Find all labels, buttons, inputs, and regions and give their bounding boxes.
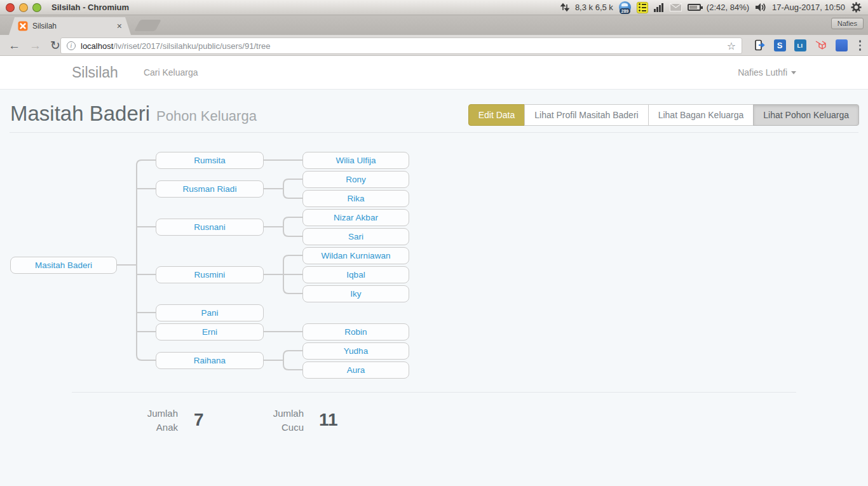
address-bar[interactable]: i localhost/lv/riset/2017/silsilahku/pub… (60, 37, 742, 54)
stat-value-cucu: 11 (319, 410, 338, 430)
desktop-top-panel: Silsilah - Chromium 8,3 k 6,5 k 289 (2:4… (0, 0, 868, 15)
bookmark-star-icon[interactable]: ☆ (727, 40, 736, 52)
page-title: Masitah BaderiPohon Keluarga (10, 102, 257, 126)
window-minimize-button[interactable] (19, 3, 28, 12)
indicator-count-badge: 289 (620, 8, 630, 14)
tab-title: Silsilah (32, 22, 112, 30)
window-title: Silsilah - Chromium (51, 3, 129, 12)
lihat-bagan-button[interactable]: Lihat Bagan Keluarga (648, 104, 754, 126)
tree-node[interactable]: Robin (302, 323, 409, 341)
xampp-favicon (18, 21, 28, 31)
browser-profile-button[interactable]: Nafies (831, 18, 864, 29)
user-dropdown[interactable]: Nafies Luthfi (738, 67, 796, 78)
window-controls (6, 3, 41, 12)
site-info-icon[interactable]: i (67, 41, 76, 50)
laravel-extension-icon[interactable] (815, 40, 827, 51)
browser-toolbar: ← → ↻ i localhost/lv/riset/2017/silsilah… (0, 35, 868, 56)
header-divider (10, 132, 858, 133)
tree-node[interactable]: Yudha (302, 342, 409, 360)
stats-divider (72, 392, 796, 393)
user-name: Nafies Luthfi (738, 67, 787, 78)
tree-node[interactable]: Erni (156, 323, 264, 341)
nav-link-cari-keluarga[interactable]: Cari Keluarga (144, 67, 198, 78)
tasks-indicator-icon[interactable] (637, 2, 648, 13)
mail-icon[interactable] (670, 3, 682, 11)
site-navbar: Silsilah Cari Keluarga Nafies Luthfi (0, 56, 868, 90)
system-tray: 8,3 k 6,5 k 289 (2:42, 84%) 17-Aug-2017,… (560, 1, 868, 13)
tree-node[interactable]: Masitah Baderi (10, 257, 117, 274)
brand-link[interactable]: Silsilah (72, 64, 118, 81)
extension-blue-icon[interactable] (836, 39, 848, 51)
stat-value-anak: 7 (194, 410, 204, 430)
extension-li-icon[interactable]: LI (794, 39, 806, 51)
stat-label-anak: JumlahAnak (95, 407, 178, 435)
tree-node[interactable]: Rika (302, 190, 409, 207)
tree-node[interactable]: Nizar Akbar (302, 209, 409, 226)
chevron-down-icon (791, 71, 796, 74)
extension-s-icon[interactable]: S (774, 39, 786, 51)
clock-text: 17-Aug-2017, 10:50 (772, 3, 845, 12)
indicator-globe-icon[interactable]: 289 (619, 1, 631, 13)
tree-node[interactable]: Rusmini (156, 266, 264, 283)
tree-node[interactable]: Rusman Riadi (156, 180, 264, 198)
url-path: /lv/riset/2017/silsilahku/public/users/9… (113, 41, 270, 51)
tab-close-icon[interactable]: × (117, 22, 122, 30)
network-updown-icon[interactable] (560, 3, 569, 12)
new-tab-button[interactable] (134, 20, 161, 31)
edit-data-button[interactable]: Edit Data (468, 104, 526, 126)
extension-bar: S LI (753, 35, 865, 56)
tree-node[interactable]: Sari (302, 228, 409, 245)
tree-node[interactable]: Pani (156, 304, 264, 321)
signal-bars-icon[interactable] (654, 3, 664, 12)
tree-node[interactable]: Raihana (156, 352, 264, 369)
tree-node[interactable]: Rony (302, 171, 409, 188)
tree-node[interactable]: Rumsita (156, 152, 264, 169)
tree-node[interactable]: Wilia Ulfija (302, 152, 409, 169)
stat-label-cucu: JumlahCucu (221, 407, 304, 435)
action-button-group: Edit Data Lihat Profil Masitah Baderi Li… (468, 104, 859, 126)
battery-icon[interactable] (688, 4, 701, 11)
url-host: localhost (81, 41, 113, 51)
window-maximize-button[interactable] (32, 3, 41, 12)
send-to-phone-icon[interactable] (753, 39, 766, 51)
tree-node[interactable]: Iqbal (302, 266, 409, 283)
network-speed-text: 8,3 k 6,5 k (575, 3, 613, 12)
tree-node[interactable]: Aura (302, 361, 409, 379)
volume-icon[interactable] (755, 3, 766, 12)
forward-button: → (25, 39, 46, 51)
tree-node[interactable]: Rusnani (156, 219, 264, 236)
browser-tab-strip: Silsilah × Nafies (0, 15, 868, 35)
gear-icon[interactable] (851, 2, 862, 13)
window-close-button[interactable] (6, 3, 15, 12)
lihat-pohon-button[interactable]: Lihat Pohon Keluarga (753, 104, 859, 126)
tree-node[interactable]: Iky (302, 285, 409, 302)
back-button[interactable]: ← (4, 39, 25, 51)
browser-tab-silsilah[interactable]: Silsilah × (9, 17, 131, 35)
battery-status-text: (2:42, 84%) (707, 3, 749, 12)
lihat-profil-button[interactable]: Lihat Profil Masitah Baderi (524, 104, 648, 126)
browser-menu-icon[interactable] (856, 40, 865, 51)
page-subtitle: Pohon Keluarga (156, 108, 257, 124)
person-name: Masitah Baderi (10, 102, 150, 125)
tree-node[interactable]: Wildan Kurniawan (302, 247, 409, 264)
